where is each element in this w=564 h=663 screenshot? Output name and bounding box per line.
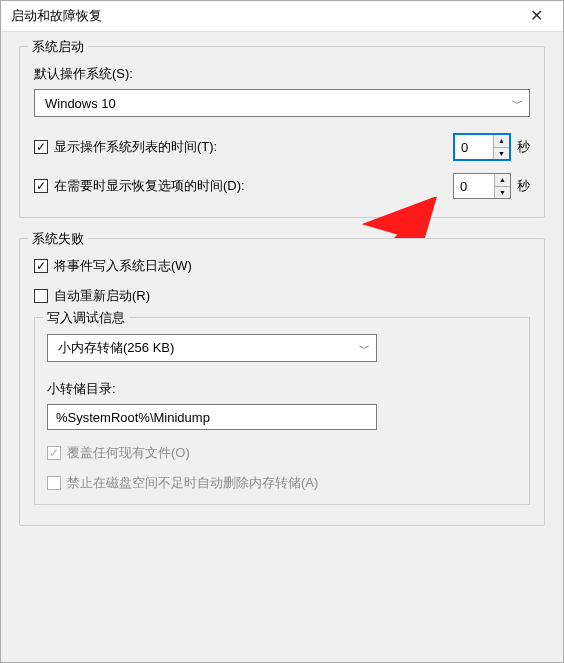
close-icon[interactable]: ✕	[519, 8, 553, 24]
row-disable-low-disk: 禁止在磁盘空间不足时自动删除内存转储(A)	[47, 474, 517, 492]
label-show-os-list[interactable]: 显示操作系统列表的时间(T):	[54, 138, 217, 156]
dump-type-select[interactable]: 小内存转储(256 KB) ﹀	[47, 334, 377, 362]
label-recovery-options[interactable]: 在需要时显示恢复选项的时间(D):	[54, 177, 245, 195]
dump-dir-input[interactable]: %SystemRoot%\Minidump	[47, 404, 377, 430]
dump-dir-value: %SystemRoot%\Minidump	[56, 410, 210, 425]
checkbox-write-event[interactable]	[34, 259, 48, 273]
spinner-down-icon[interactable]: ▼	[495, 187, 510, 199]
checkbox-recovery-options[interactable]	[34, 179, 48, 193]
spinner-recovery-seconds[interactable]: 0 ▲ ▼	[453, 173, 511, 199]
checkbox-overwrite	[47, 446, 61, 460]
seconds-unit: 秒	[517, 138, 530, 156]
chevron-down-icon: ﹀	[512, 96, 523, 111]
dump-type-value: 小内存转储(256 KB)	[58, 339, 174, 357]
row-auto-restart: 自动重新启动(R)	[34, 287, 530, 305]
row-recovery-options: 在需要时显示恢复选项的时间(D): 0 ▲ ▼ 秒	[34, 173, 530, 199]
subgroup-title-debug: 写入调试信息	[43, 309, 129, 327]
chevron-down-icon: ﹀	[359, 341, 370, 356]
row-overwrite: 覆盖任何现有文件(O)	[47, 444, 517, 462]
dialog-window: 启动和故障恢复 ✕ 系统启动 默认操作系统(S): Windows 10 ﹀ 显…	[0, 0, 564, 663]
label-overwrite: 覆盖任何现有文件(O)	[67, 444, 190, 462]
default-os-value: Windows 10	[45, 96, 116, 111]
group-title-system-startup: 系统启动	[28, 38, 88, 56]
row-show-os-list: 显示操作系统列表的时间(T): 0 ▲ ▼ 秒	[34, 133, 530, 161]
checkbox-show-os-list[interactable]	[34, 140, 48, 154]
group-system-startup: 系统启动 默认操作系统(S): Windows 10 ﹀ 显示操作系统列表的时间…	[19, 46, 545, 218]
default-os-label: 默认操作系统(S):	[34, 65, 530, 83]
dump-dir-label: 小转储目录:	[47, 380, 517, 398]
group-title-system-failure: 系统失败	[28, 230, 88, 248]
seconds-unit: 秒	[517, 177, 530, 195]
spinner-os-list-seconds[interactable]: 0 ▲ ▼	[453, 133, 511, 161]
spinner-buttons: ▲ ▼	[494, 174, 510, 198]
checkbox-auto-restart[interactable]	[34, 289, 48, 303]
checkbox-disable-low-disk	[47, 476, 61, 490]
window-title: 启动和故障恢复	[11, 7, 102, 25]
dialog-content: 系统启动 默认操作系统(S): Windows 10 ﹀ 显示操作系统列表的时间…	[1, 32, 563, 662]
spinner-up-icon[interactable]: ▲	[495, 174, 510, 187]
titlebar: 启动和故障恢复 ✕	[1, 1, 563, 32]
default-os-select[interactable]: Windows 10 ﹀	[34, 89, 530, 117]
label-auto-restart[interactable]: 自动重新启动(R)	[54, 287, 150, 305]
subgroup-debug-info: 写入调试信息 小内存转储(256 KB) ﹀ 小转储目录: %SystemRoo…	[34, 317, 530, 505]
label-disable-low-disk: 禁止在磁盘空间不足时自动删除内存转储(A)	[67, 474, 318, 492]
spinner-down-icon[interactable]: ▼	[494, 148, 509, 160]
label-write-event[interactable]: 将事件写入系统日志(W)	[54, 257, 192, 275]
spinner-up-icon[interactable]: ▲	[494, 135, 509, 148]
row-write-event: 将事件写入系统日志(W)	[34, 257, 530, 275]
spinner-buttons: ▲ ▼	[493, 135, 509, 159]
spinner-recovery-value: 0	[454, 174, 494, 198]
spinner-os-list-value: 0	[455, 135, 493, 159]
group-system-failure: 系统失败 将事件写入系统日志(W) 自动重新启动(R) 写入调试信息 小内存转储…	[19, 238, 545, 526]
